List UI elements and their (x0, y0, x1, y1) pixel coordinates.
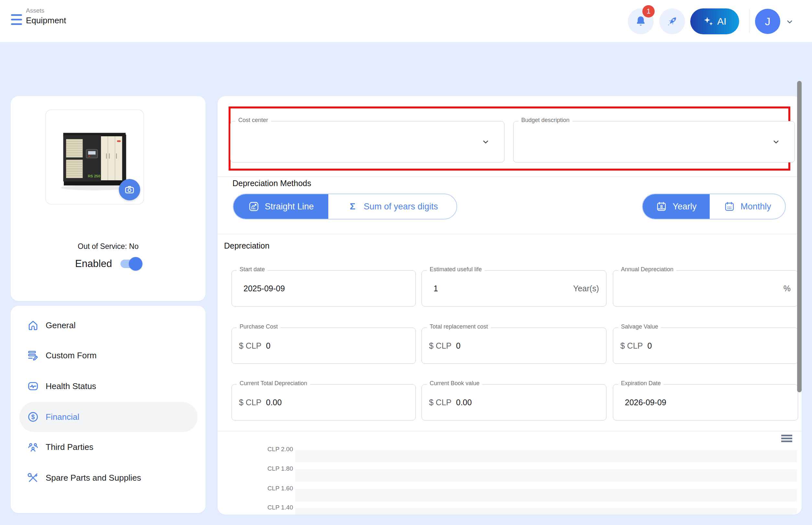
period-switch: 8 Yearly Monthly (642, 194, 786, 220)
camera-icon (124, 184, 135, 195)
budget-description-label: Budget description (518, 117, 572, 124)
chart-menu-button[interactable] (781, 435, 792, 444)
enabled-toggle[interactable] (120, 259, 141, 268)
annual-depreciation-field[interactable]: Annual Depreciation % (613, 270, 798, 306)
svg-text:8: 8 (661, 204, 663, 209)
expiration-date-field[interactable]: Expiration Date 2026-09-09 (613, 384, 798, 420)
rocket-icon (665, 15, 679, 28)
field-value: 2025-09-09 (243, 284, 285, 293)
sidebar-item-general[interactable]: General (27, 315, 76, 335)
header-section: Assets (26, 7, 44, 14)
page-title: Equipment (26, 16, 66, 26)
financial-panel: Cost center Budget description Depreciat… (218, 96, 802, 515)
whats-new-button[interactable] (659, 9, 685, 34)
trend-icon (248, 201, 260, 212)
sidebar-item-health-status[interactable]: Health Status (27, 376, 96, 396)
replacement-cost-field[interactable]: Total replacement cost $ CLP 0 (422, 328, 606, 364)
enabled-label: Enabled (75, 258, 112, 270)
calendar-year-icon: 8 (655, 201, 667, 212)
form-icon (27, 349, 39, 362)
useful-life-field[interactable]: Estimated useful life 1 Year(s) (422, 270, 606, 306)
chart-axis-label: CLP 1.60 (228, 485, 293, 492)
chevron-down-icon (481, 137, 490, 147)
calendar-month-icon (724, 201, 735, 212)
cost-center-select[interactable]: Cost center (230, 121, 504, 163)
methods-title: Depreciation Methods (233, 179, 311, 188)
method-sum-of-years[interactable]: Σ Sum of years digits (328, 194, 457, 219)
budget-description-select[interactable]: Budget description (513, 121, 795, 163)
vertical-scrollbar[interactable] (797, 81, 802, 392)
section-divider (218, 176, 802, 177)
home-icon (27, 319, 39, 331)
depreciation-title: Depreciation (224, 241, 269, 251)
start-date-field[interactable]: Start date 2025-09-09 (232, 270, 416, 306)
section-divider (218, 431, 802, 432)
sidebar-item-spare-parts[interactable]: Spare Parts and Supplies (27, 468, 141, 488)
health-icon (27, 380, 39, 392)
cost-center-label: Cost center (235, 117, 271, 124)
current-total-depreciation-field[interactable]: Current Total Depreciation $ CLP 0.00 (232, 384, 416, 420)
sigma-icon: Σ (347, 201, 358, 212)
out-of-service-status: Out of Service: No (11, 242, 206, 251)
sparkle-icon (703, 16, 714, 27)
user-menu-chevron-icon[interactable] (783, 17, 796, 27)
field-value: 0 (456, 341, 460, 350)
asset-summary-card: RS 250 Out of Service: No Enabled (11, 96, 206, 301)
svg-text:$: $ (31, 413, 35, 420)
sidebar-item-custom-form[interactable]: Custom Form (27, 345, 97, 365)
toggle-knob (129, 257, 143, 271)
svg-text:Σ: Σ (350, 201, 355, 211)
method-straight-line[interactable]: Straight Line (233, 194, 328, 219)
field-value: 0.00 (456, 398, 472, 407)
user-avatar[interactable]: J (755, 9, 780, 34)
menu-icon[interactable] (11, 14, 24, 27)
ai-assistant-button[interactable]: AI (690, 9, 739, 34)
notification-badge: 1 (643, 5, 655, 17)
toolbar: Compressor { COM-001 } Save (0, 52, 812, 81)
header-divider (749, 9, 750, 33)
section-divider (218, 234, 802, 234)
chart-axis-label: CLP 2.00 (228, 446, 293, 453)
bell-icon (634, 15, 647, 28)
chart-gridband (295, 489, 797, 501)
app: { "colors": { "accent": "#4c82ec", "icon… (0, 0, 812, 525)
chart-gridband (295, 508, 797, 515)
ai-label: AI (717, 16, 726, 27)
top-bar: Assets Equipment 1 AI J (0, 0, 812, 42)
depreciation-method-switch: Straight Line Σ Sum of years digits (233, 194, 457, 220)
period-yearly[interactable]: 8 Yearly (643, 194, 710, 219)
salvage-value-field[interactable]: Salvage Value $ CLP 0 (613, 328, 798, 364)
asset-nav-card: General Custom Form Health Status $ Fina… (11, 306, 206, 513)
field-value: 2026-09-09 (625, 398, 666, 407)
field-value: 0.00 (266, 398, 282, 407)
current-book-value-field[interactable]: Current Book value $ CLP 0.00 (422, 384, 606, 420)
purchase-cost-field[interactable]: Purchase Cost $ CLP 0 (232, 328, 416, 364)
chart-gridband (295, 469, 797, 482)
chevron-down-icon (771, 137, 781, 147)
tools-icon (27, 471, 39, 484)
field-value: 1 (433, 284, 438, 293)
dollar-icon: $ (27, 411, 39, 423)
svg-text:RS 250: RS 250 (88, 174, 100, 178)
chart-axis-label: CLP 1.80 (228, 465, 293, 472)
enabled-row: Enabled (11, 258, 206, 270)
chart-axis-label: CLP 1.40 (228, 504, 293, 511)
field-value: 0 (266, 341, 270, 350)
sidebar-item-financial[interactable]: $ Financial (27, 407, 79, 427)
field-value: 0 (647, 341, 652, 350)
period-monthly[interactable]: Monthly (710, 194, 785, 219)
people-icon (27, 441, 39, 453)
sidebar-item-third-parties[interactable]: Third Parties (27, 437, 93, 457)
change-photo-button[interactable] (119, 179, 140, 200)
chart-gridband (295, 450, 797, 462)
